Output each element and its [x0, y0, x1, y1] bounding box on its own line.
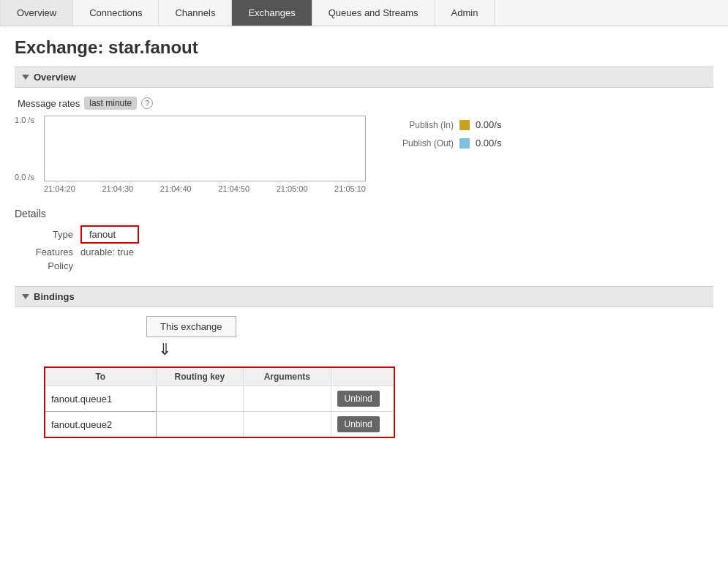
chart-container: 1.0 /s 0.0 /s 21:04:2021:04:3021:04:4021…: [15, 116, 366, 193]
chart-legend: Publish (In) 0.00/s Publish (Out) 0.00/s: [388, 116, 501, 148]
bindings-section-label: Bindings: [34, 291, 75, 302]
bindings-table-header: To Routing key Arguments: [45, 367, 394, 386]
features-key: Features: [22, 247, 80, 257]
chart-x-label: 21:04:20: [44, 184, 75, 193]
legend-item: Publish (In) 0.00/s: [388, 119, 501, 130]
nav-tab-admin[interactable]: Admin: [435, 0, 495, 26]
exchange-name: star.fanout: [108, 37, 198, 57]
policy-key: Policy: [22, 260, 80, 271]
unbind-cell: Unbind: [331, 386, 394, 412]
this-exchange-label: This exchange: [160, 321, 222, 332]
overview-section-header: Overview: [15, 67, 713, 88]
chart-area: 1.0 /s 0.0 /s 21:04:2021:04:3021:04:4021…: [15, 116, 713, 193]
table-row: fanout.queue2 Unbind: [45, 412, 394, 438]
routing-key-cell: [156, 386, 244, 412]
arguments-cell: [244, 386, 331, 412]
collapse-overview-icon[interactable]: [22, 75, 29, 80]
legend-value: 0.00/s: [476, 138, 501, 148]
message-rates-row: Message rates last minute ?: [15, 97, 713, 110]
type-value: fanout: [80, 225, 139, 244]
policy-row: Policy: [22, 260, 713, 271]
this-exchange-box: This exchange: [146, 316, 236, 337]
chart-x-label: 21:05:10: [334, 184, 366, 193]
legend-label: Publish (Out): [388, 138, 454, 148]
legend-value: 0.00/s: [476, 119, 501, 130]
arrow-down-icon: ⇓: [158, 340, 713, 359]
chart-y-bottom: 0.0 /s: [15, 173, 34, 181]
col-to: To: [45, 367, 156, 386]
rate-filter-badge[interactable]: last minute: [84, 97, 137, 110]
chart-x-label: 21:04:40: [160, 184, 192, 193]
chart-y-labels: 1.0 /s 0.0 /s: [15, 116, 34, 181]
arguments-cell: [244, 412, 331, 438]
type-row: Type fanout: [22, 225, 713, 244]
nav-tab-channels[interactable]: Channels: [159, 0, 232, 26]
collapse-bindings-icon[interactable]: [22, 294, 29, 299]
legend-color-swatch: [459, 138, 470, 148]
unbind-cell: Unbind: [331, 412, 394, 438]
features-row: Features durable: true: [22, 247, 713, 257]
nav-tab-overview[interactable]: Overview: [0, 0, 73, 26]
col-arguments: Arguments: [244, 367, 331, 386]
chart-x-label: 21:04:50: [218, 184, 249, 193]
table-row: fanout.queue1 Unbind: [45, 386, 394, 412]
bindings-section: Bindings This exchange ⇓ To Routing key …: [15, 286, 713, 438]
page-title: Exchange: star.fanout: [15, 37, 713, 58]
details-title: Details: [15, 208, 713, 219]
nav-tabs: OverviewConnectionsChannelsExchangesQueu…: [0, 0, 728, 26]
routing-key-cell: [156, 412, 244, 438]
details-section: Details Type fanout Features durable: tr…: [15, 208, 713, 271]
legend-label: Publish (In): [388, 120, 454, 130]
nav-tab-exchanges[interactable]: Exchanges: [232, 0, 312, 26]
unbind-button[interactable]: Unbind: [337, 391, 380, 407]
nav-tab-queues-and-streams[interactable]: Queues and Streams: [312, 0, 435, 26]
bindings-table: To Routing key Arguments fanout.queue1 U…: [44, 366, 395, 438]
legend-color-swatch: [459, 120, 470, 130]
type-key: Type: [22, 229, 80, 240]
col-action: [331, 367, 394, 386]
queue-name-cell: fanout.queue1: [45, 386, 156, 412]
overview-section-label: Overview: [34, 72, 76, 83]
chart-x-labels: 21:04:2021:04:3021:04:4021:04:5021:05:00…: [44, 181, 366, 193]
help-icon[interactable]: ?: [141, 97, 153, 109]
chart-x-label: 21:05:00: [277, 184, 308, 193]
details-table: Type fanout Features durable: true Polic…: [22, 225, 713, 271]
col-routing-key: Routing key: [156, 367, 244, 386]
chart-box: [44, 116, 366, 181]
unbind-button[interactable]: Unbind: [337, 416, 380, 432]
queue-name-cell: fanout.queue2: [45, 412, 156, 438]
nav-tab-connections[interactable]: Connections: [73, 0, 159, 26]
chart-x-label: 21:04:30: [102, 184, 133, 193]
message-rates-text: Message rates: [18, 98, 80, 109]
features-value: durable: true: [80, 247, 134, 257]
bindings-section-header: Bindings: [15, 286, 713, 307]
chart-y-top: 1.0 /s: [15, 116, 34, 124]
legend-item: Publish (Out) 0.00/s: [388, 138, 501, 148]
